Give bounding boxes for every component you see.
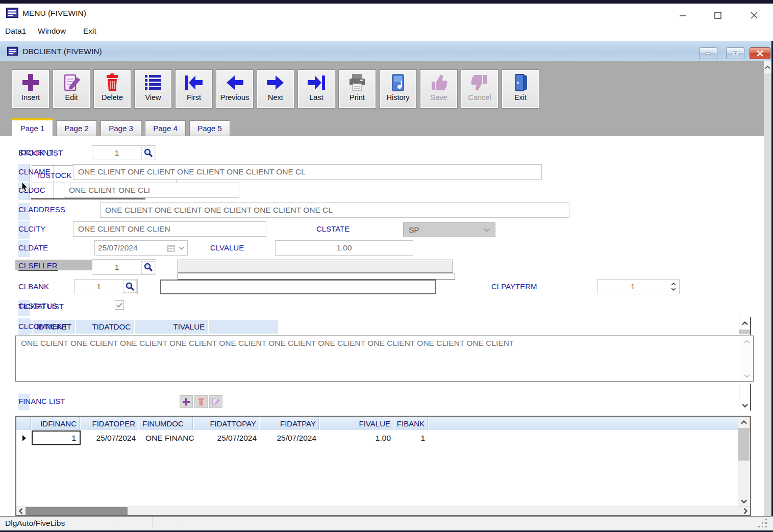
ticket-scrollbar-bottom[interactable] <box>739 384 751 411</box>
clbank-search-button[interactable] <box>123 281 137 293</box>
resize-grip[interactable] <box>758 519 769 529</box>
scrollbar-thumb[interactable] <box>738 428 750 461</box>
last-button[interactable]: Last <box>297 69 335 109</box>
button-label: History <box>386 93 409 102</box>
spin-up-icon <box>671 283 676 286</box>
tab-page3[interactable]: Page 3 <box>101 120 141 136</box>
window-vertical-scrollbar[interactable] <box>764 61 771 516</box>
ticket-col-tivalue[interactable]: TIVALUE <box>135 320 208 334</box>
col-fidatpay[interactable]: FIDATPAY <box>260 417 320 430</box>
chevron-up-icon <box>744 340 750 344</box>
edit-button[interactable]: Edit <box>53 69 90 109</box>
next-button[interactable]: Next <box>257 69 294 109</box>
close-button[interactable] <box>745 8 763 23</box>
clseller-lookup[interactable]: 1 <box>92 259 156 275</box>
status-separator <box>183 517 183 529</box>
scrollbar-thumb[interactable] <box>26 507 128 515</box>
clbank-lookup[interactable]: 1 <box>74 279 138 294</box>
clcomment-text: ONE CLIENT ONE CLIENT ONE CLIENT ONE CLI… <box>16 336 741 350</box>
child-restore-button[interactable] <box>726 47 744 59</box>
minimize-icon <box>679 11 687 19</box>
financ-grid[interactable]: IDFINANC FIDATOPER FINUMDOC FIDATTOPAY F… <box>15 416 751 516</box>
clseller-search-button[interactable] <box>141 261 155 273</box>
col-fivalue[interactable]: FIVALUE <box>320 417 394 430</box>
menu-data1[interactable]: Data1 <box>5 27 26 36</box>
col-fibank[interactable]: FIBANK <box>394 417 429 430</box>
menu-window[interactable]: Window <box>38 27 66 36</box>
history-button[interactable]: History <box>379 69 417 109</box>
tab-page4[interactable]: Page 4 <box>145 120 186 136</box>
first-button[interactable]: First <box>175 69 213 109</box>
scroll-up-button[interactable] <box>739 317 750 330</box>
edit-note-icon <box>61 70 82 92</box>
grid-vertical-scrollbar[interactable] <box>738 417 750 507</box>
door-icon <box>510 70 531 92</box>
row-marker-icon <box>22 435 27 442</box>
spinner-buttons[interactable] <box>668 283 679 291</box>
exit-button[interactable]: Exit <box>502 69 539 109</box>
scrollbar-thumb[interactable] <box>739 330 750 334</box>
cell-idfinanc[interactable]: 1 <box>32 430 81 445</box>
add-icon <box>182 398 190 406</box>
maximize-button[interactable] <box>709 8 727 23</box>
col-fidatoper[interactable]: FIDATOPER <box>81 417 139 430</box>
cldate-picker[interactable]: 25/07/2024 <box>94 240 188 256</box>
idclient-lookup[interactable]: 1 <box>92 145 156 160</box>
delete-button[interactable]: Delete <box>93 69 131 109</box>
clpayterm-spinner[interactable]: 1 <box>597 279 680 294</box>
scroll-up-button[interactable] <box>741 337 753 347</box>
spin-down-icon <box>671 288 676 291</box>
button-label: Insert <box>21 93 40 102</box>
ticket-scrollbar-top[interactable] <box>739 317 751 336</box>
col-fidattopay[interactable]: FIDATTOPAY <box>194 417 260 430</box>
search-icon <box>143 148 154 158</box>
menu-exit[interactable]: Exit <box>83 27 96 36</box>
scroll-left-button[interactable] <box>16 507 26 515</box>
chevron-down-icon <box>741 499 747 503</box>
status-separator <box>114 517 114 529</box>
grid-horizontal-scrollbar[interactable] <box>16 506 750 515</box>
claddress-label: CLADDRESS <box>18 205 65 214</box>
plus-icon <box>20 70 41 92</box>
idclient-search-button[interactable] <box>141 147 155 159</box>
clname-input[interactable]: ONE CLIENT ONE CLIENT ONE CLIENT ONE CLI… <box>73 164 542 180</box>
print-button[interactable]: Print <box>338 69 376 109</box>
scroll-down-button[interactable] <box>741 374 753 378</box>
financ-add-button[interactable] <box>180 395 193 408</box>
clstatus-checkbox <box>115 300 124 310</box>
view-button[interactable]: View <box>134 69 172 109</box>
button-label: Save <box>430 93 447 102</box>
child-close-button[interactable] <box>750 47 770 59</box>
tab-page5[interactable]: Page 5 <box>189 120 230 136</box>
ticket-col-empty <box>209 320 278 334</box>
col-finumdoc[interactable]: FINUMDOC <box>139 417 194 430</box>
scroll-down-button[interactable] <box>738 496 750 507</box>
tab-page2[interactable]: Page 2 <box>56 120 97 136</box>
previous-button[interactable]: Previous <box>216 69 254 109</box>
clcity-input[interactable]: ONE CLIENT ONE CLIEN <box>73 221 266 237</box>
desktop: MENU (FIVEWIN) Data1 Window Exit DBCLIEN… <box>0 0 773 532</box>
memo-scrollbar[interactable] <box>741 337 753 381</box>
child-minimize-button[interactable] <box>699 47 717 59</box>
thumb-down-icon <box>469 70 490 92</box>
table-row[interactable]: 1 25/07/2024 ONE FINANC 25/07/2024 25/07… <box>16 430 750 446</box>
scroll-down-button[interactable] <box>739 403 750 408</box>
scroll-right-button[interactable] <box>741 507 750 515</box>
clcomment-memo[interactable]: ONE CLIENT ONE CLIENT ONE CLIENT ONE CLI… <box>15 336 754 382</box>
close-icon <box>750 11 758 19</box>
insert-button[interactable]: Insert <box>12 69 49 109</box>
scroll-up-button[interactable] <box>738 417 750 428</box>
tab-page1[interactable]: Page 1 <box>12 118 53 136</box>
restore-icon <box>732 50 739 57</box>
clvalue-input[interactable]: 1.00 <box>275 240 413 256</box>
scroll-up-button[interactable] <box>764 61 771 73</box>
ticket-col-tidatdoc[interactable]: TIDATDOC <box>76 320 134 334</box>
search-icon <box>124 282 136 292</box>
cldate-label: CLDATE <box>18 243 48 252</box>
cldoc-input[interactable]: ONE CLIENT ONE CLI <box>64 183 239 198</box>
minimize-button[interactable] <box>674 8 692 23</box>
claddress-input[interactable]: ONE CLIENT ONE CLIENT ONE CLIENT ONE CLI… <box>100 202 569 218</box>
close-icon <box>756 50 764 57</box>
chevron-up-icon <box>742 321 748 325</box>
col-idfinanc[interactable]: IDFINANC <box>32 417 81 430</box>
